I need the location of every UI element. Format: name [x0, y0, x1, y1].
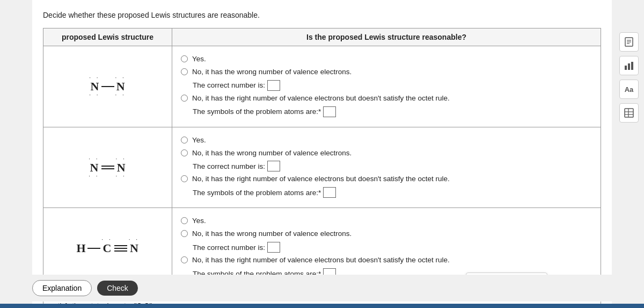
correct-number-row-1: The correct number is: [193, 80, 592, 91]
notes-icon[interactable] [619, 32, 639, 52]
radio-yes-2[interactable] [181, 137, 188, 144]
text-format-icon[interactable]: Aa [619, 80, 639, 99]
correct-number-input-3[interactable] [267, 242, 280, 253]
option-no-octet-1: No, it has the right number of valence e… [181, 94, 592, 104]
radio-no-octet-1[interactable] [181, 95, 188, 102]
bottom-controls: Explanation Check [32, 280, 644, 296]
correct-number-input-2[interactable] [267, 161, 280, 171]
c-atom: · · C · · [101, 237, 112, 260]
correct-number-row-2: The correct number is: [193, 161, 592, 171]
table-row: · · N · · [43, 127, 601, 208]
label-wrong-valence-2: No, it has the wrong number of valence e… [192, 148, 352, 159]
correct-number-label-1: The correct number is: [193, 81, 265, 89]
n-atom-left: · · N · · [89, 75, 100, 98]
svg-rect-4 [625, 66, 627, 70]
n-atom-right-2: · · N · · [116, 156, 127, 179]
single-bond-hc [87, 248, 100, 249]
option-wrong-valence-1: No, it has the wrong number of valence e… [181, 67, 592, 77]
radio-no-octet-3[interactable] [181, 256, 188, 263]
h-atom: · · H · · [76, 237, 86, 260]
option-wrong-valence-3: No, it has the wrong number of valence e… [181, 229, 592, 239]
radio-wrong-valence-1[interactable] [181, 68, 188, 75]
correct-number-input-1[interactable] [267, 80, 280, 91]
svg-rect-7 [625, 109, 633, 117]
option-yes-3: Yes. [181, 216, 592, 226]
problem-atoms-label-1: The symbols of the problem atoms are:* [193, 108, 321, 116]
problem-atoms-label-2: The symbols of the problem atoms are:* [193, 189, 321, 197]
options-cell-2: Yes. No, it has the wrong number of vale… [172, 127, 601, 208]
radio-yes-3[interactable] [181, 217, 188, 224]
problem-atoms-input-1[interactable] [323, 106, 336, 117]
right-sidebar: Aa [619, 32, 639, 123]
table-icon[interactable] [619, 103, 639, 123]
option-no-octet-3: No, it has the right number of valence e… [181, 255, 592, 266]
correct-number-row-3: The correct number is: [193, 242, 592, 253]
label-yes-3: Yes. [192, 216, 206, 226]
options-cell-1: Yes. No, it has the wrong number of vale… [172, 46, 601, 127]
label-yes-2: Yes. [192, 135, 206, 146]
label-yes-1: Yes. [192, 54, 206, 65]
radio-wrong-valence-2[interactable] [181, 149, 188, 156]
option-wrong-valence-2: No, it has the wrong number of valence e… [181, 148, 592, 159]
lewis-structure-cell-1: · · N · · · · [43, 46, 172, 127]
n-atom-right: · · N · · [115, 75, 126, 98]
check-button[interactable]: Check [97, 281, 138, 296]
label-no-octet-1: No, it has the right number of valence e… [192, 94, 450, 104]
label-wrong-valence-3: No, it has the wrong number of valence e… [192, 229, 352, 239]
lewis-structure-cell-2: · · N · · [43, 127, 172, 208]
col2-header: Is the proposed Lewis structure reasonab… [172, 28, 601, 46]
instruction-text: Decide whether these proposed Lewis stru… [43, 11, 601, 19]
n-atom-left-2: · · N · · [89, 156, 99, 179]
correct-number-label-3: The correct number is: [193, 243, 265, 252]
label-no-octet-3: No, it has the right number of valence e… [192, 255, 450, 266]
label-wrong-valence-1: No, it has the wrong number of valence e… [192, 67, 352, 77]
problem-atoms-input-2[interactable] [323, 187, 336, 198]
svg-rect-6 [631, 62, 633, 70]
explanation-button[interactable]: Explanation [32, 280, 92, 296]
problem-atoms-row-2: The symbols of the problem atoms are:* [193, 187, 592, 198]
triple-bond-cn [114, 245, 127, 252]
radio-yes-1[interactable] [181, 55, 188, 62]
text-icon-label: Aa [625, 85, 634, 94]
option-no-octet-2: No, it has the right number of valence e… [181, 174, 592, 184]
n-atom-3: · · N · · [129, 237, 140, 260]
svg-rect-5 [628, 63, 630, 70]
double-bond-2 [101, 166, 114, 169]
label-no-octet-2: No, it has the right number of valence e… [192, 174, 450, 184]
footer: © 2021 McGraw Hill LLC. All Rights Reser… [0, 304, 644, 308]
correct-number-label-2: The correct number is: [193, 162, 265, 170]
single-bond [101, 86, 114, 87]
problem-atoms-row-1: The symbols of the problem atoms are:* [193, 106, 592, 117]
lewis-table: proposed Lewis structure Is the proposed… [43, 28, 601, 308]
bottom-bar: Explanation Check [0, 275, 644, 302]
table-row: · · N · · · · [43, 46, 601, 127]
radio-no-octet-2[interactable] [181, 175, 188, 182]
option-yes-1: Yes. [181, 54, 592, 65]
col1-header: proposed Lewis structure [43, 28, 172, 46]
option-yes-2: Yes. [181, 135, 592, 146]
main-content: Decide whether these proposed Lewis stru… [32, 0, 612, 308]
chart-icon[interactable] [619, 56, 639, 75]
radio-wrong-valence-3[interactable] [181, 230, 188, 237]
